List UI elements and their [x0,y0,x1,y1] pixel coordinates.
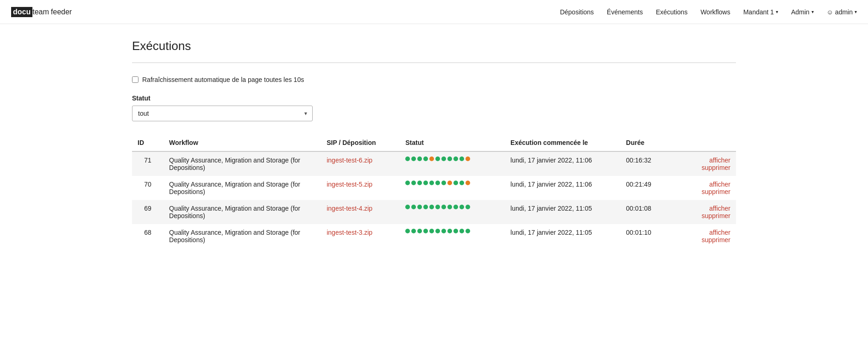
cell-workflow: Quality Assurance, Migration and Storage… [164,151,321,176]
statut-select[interactable]: tout En cours Terminé Erreur [132,106,313,121]
status-dot-orange [429,156,434,161]
status-dot-green [405,156,410,161]
sip-link[interactable]: ingest-test-5.zip [327,181,372,188]
supprimer-link[interactable]: supprimer [679,236,730,244]
nav-mandant-dropdown[interactable]: Mandant 1 ▾ [743,8,778,16]
table-row: 68Quality Assurance, Migration and Stora… [132,224,736,248]
status-dot-green [465,205,470,209]
status-dot-green [411,205,416,209]
nav-admin-label: Admin [791,8,810,16]
status-dot-green [441,229,446,233]
status-dot-green [459,229,464,233]
status-dot-green [459,205,464,209]
status-dot-green [435,205,440,209]
status-dot-green [405,205,410,209]
brand-feeder: feeder [51,8,72,16]
auto-refresh-checkbox[interactable] [132,76,138,83]
brand-team: team [32,8,49,16]
nav-executions[interactable]: Exécutions [656,8,687,16]
brand-docu: docu [11,7,32,17]
user-icon: ☺ [827,8,833,16]
status-dot-green [459,181,464,185]
status-dot-green [405,181,410,185]
status-dot-green [453,156,458,161]
table-row: 69Quality Assurance, Migration and Stora… [132,200,736,224]
statut-select-wrapper: tout En cours Terminé Erreur ▾ [132,106,313,121]
status-dot-green [453,181,458,185]
nav-depositions[interactable]: Dépositions [560,8,594,16]
status-dot-green [417,229,422,233]
status-dot-green [435,229,440,233]
status-dot-green [429,205,434,209]
auto-refresh-label[interactable]: Rafraîchissement automatique de la page … [142,76,304,83]
brand-logo[interactable]: docuteam feeder [11,7,72,17]
nav-evenements[interactable]: Événements [607,8,643,16]
status-dot-green [453,205,458,209]
page-title: Exécutions [132,39,736,53]
cell-duree: 00:16:32 [621,151,673,176]
cell-duree: 00:01:08 [621,200,673,224]
nav-user-dropdown[interactable]: ☺ admin ▾ [827,8,857,16]
status-dot-green [447,229,452,233]
table-row: 71Quality Assurance, Migration and Stora… [132,151,736,176]
cell-workflow: Quality Assurance, Migration and Storage… [164,176,321,200]
cell-id: 70 [132,176,164,200]
cell-sip[interactable]: ingest-test-5.zip [321,176,400,200]
sip-link[interactable]: ingest-test-4.zip [327,205,372,212]
status-dot-green [465,229,470,233]
th-statut: Statut [400,134,505,151]
admin-chevron-icon: ▾ [811,9,814,14]
cell-statut [400,200,505,224]
nav-menu: Dépositions Événements Exécutions Workfl… [560,8,857,16]
afficher-link[interactable]: afficher [679,229,730,236]
nav-workflows[interactable]: Workflows [700,8,730,16]
main-content: Exécutions Rafraîchissement automatique … [110,24,758,263]
status-dot-orange [465,181,470,185]
status-dot-green [405,229,410,233]
status-dot-orange [465,156,470,161]
cell-sip[interactable]: ingest-test-3.zip [321,224,400,248]
nav-user-label: admin [835,8,853,16]
afficher-link[interactable]: afficher [679,181,730,188]
status-dot-green [423,205,428,209]
status-dots [405,181,479,185]
status-dots [405,156,479,161]
cell-id: 71 [132,151,164,176]
supprimer-link[interactable]: supprimer [679,212,730,219]
cell-sip[interactable]: ingest-test-4.zip [321,200,400,224]
status-dot-green [423,156,428,161]
executions-table: ID Workflow SIP / Déposition Statut Exéc… [132,134,736,248]
user-chevron-icon: ▾ [855,9,857,14]
status-dot-green [441,156,446,161]
cell-statut [400,176,505,200]
cell-statut [400,151,505,176]
status-dot-green [459,156,464,161]
sip-link[interactable]: ingest-test-6.zip [327,156,372,164]
cell-sip[interactable]: ingest-test-6.zip [321,151,400,176]
th-workflow: Workflow [164,134,321,151]
afficher-link[interactable]: afficher [679,205,730,212]
status-dot-green [417,156,422,161]
table-header: ID Workflow SIP / Déposition Statut Exéc… [132,134,736,151]
nav-admin-dropdown[interactable]: Admin ▾ [791,8,814,16]
supprimer-link[interactable]: supprimer [679,188,730,195]
sip-link[interactable]: ingest-test-3.zip [327,229,372,236]
nav-mandant-label: Mandant 1 [743,8,774,16]
status-dot-green [411,156,416,161]
supprimer-link[interactable]: supprimer [679,164,730,171]
status-dot-green [441,181,446,185]
cell-id: 69 [132,200,164,224]
cell-actions: affichersupprimer [673,176,736,200]
afficher-link[interactable]: afficher [679,156,730,164]
cell-actions: affichersupprimer [673,151,736,176]
cell-execution-date: lundi, 17 janvier 2022, 11:05 [505,200,620,224]
status-dot-green [429,229,434,233]
cell-workflow: Quality Assurance, Migration and Storage… [164,224,321,248]
th-duree: Durée [621,134,673,151]
status-dot-green [447,156,452,161]
status-dots [405,205,479,209]
th-id: ID [132,134,164,151]
status-dot-green [435,181,440,185]
statut-filter-section: Statut tout En cours Terminé Erreur ▾ [132,94,736,121]
title-divider [132,63,736,63]
